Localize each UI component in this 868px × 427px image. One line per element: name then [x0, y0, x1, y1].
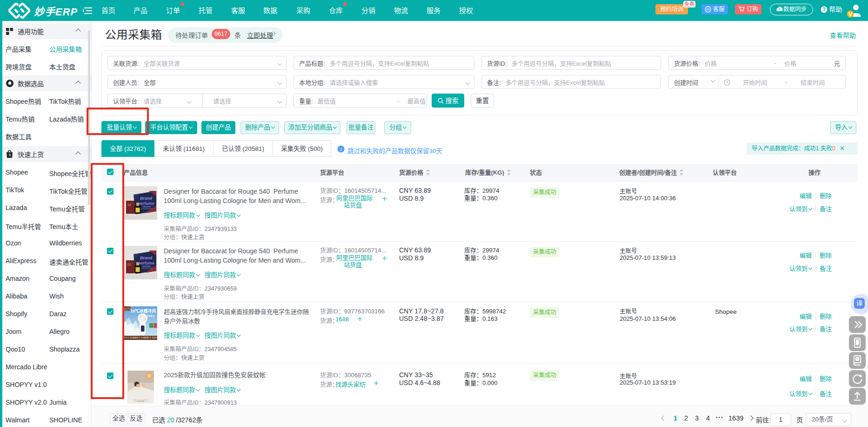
svg-text:Brand: Brand [140, 255, 153, 260]
svg-text:perfume: perfume [137, 260, 154, 265]
svg-text:KISSVIA: KISSVIA [137, 400, 144, 402]
svg-text:V: V [848, 11, 853, 18]
svg-text:perfume: perfume [137, 201, 154, 205]
svg-text:16℃冰感冷风: 16℃冰感冷风 [130, 308, 156, 313]
svg-text:智能数显: 智能数显 [147, 314, 155, 318]
svg-text:Brand: Brand [140, 196, 153, 200]
svg-text:?: ? [822, 7, 825, 12]
svg-text:?: ? [856, 358, 858, 361]
